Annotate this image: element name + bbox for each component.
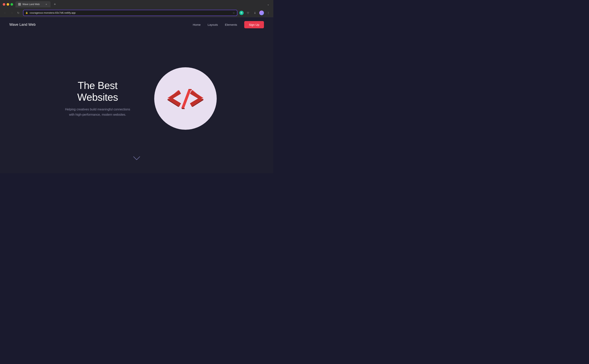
tab-close-button[interactable]: ✕	[45, 3, 48, 6]
browser-toolbar: ← → ↻ 🔒 courageous-monstera-83c7d6.netli…	[0, 9, 273, 17]
svg-marker-4	[181, 89, 191, 108]
tab-bar: Wave Land Web ✕ +	[15, 1, 264, 7]
code-brackets-icon	[164, 88, 207, 109]
browser-titlebar: Wave Land Web ✕ + ⌄	[0, 0, 273, 9]
hero-text: The Best Websites Helping creatives buil…	[57, 80, 139, 117]
maximize-window-button[interactable]	[11, 3, 13, 6]
svg-marker-8	[190, 98, 203, 106]
svg-marker-1	[167, 98, 181, 106]
site-logo: Wave Land Web	[9, 23, 35, 27]
hero-image	[154, 67, 217, 130]
tab-expand-icon[interactable]: ⌄	[266, 2, 271, 7]
svg-marker-0	[167, 91, 181, 99]
menu-icon[interactable]: ⋮	[265, 10, 271, 16]
extensions-icon[interactable]: ▽	[245, 10, 251, 16]
tab-favicon	[18, 3, 21, 6]
hero-subtitle: Helping creatives build meaningful conne…	[57, 107, 139, 117]
hero-title: The Best Websites	[57, 80, 139, 103]
reload-button[interactable]: ↻	[16, 10, 21, 16]
signup-button[interactable]: Sign Up	[244, 21, 264, 28]
traffic-lights	[3, 3, 13, 6]
minimize-window-button[interactable]	[7, 3, 9, 6]
hero-content: The Best Websites Helping creatives buil…	[29, 67, 244, 130]
url-text: courageous-monstera-83c7d6.netlify.app	[30, 11, 231, 14]
bookmark-icon[interactable]: ☆	[232, 11, 235, 14]
grammarly-icon[interactable]: G	[239, 11, 244, 15]
back-button[interactable]: ←	[2, 10, 8, 16]
site-header: Wave Land Web Home Layouts Elements Sign…	[0, 17, 273, 32]
hero-section: The Best Websites Helping creatives buil…	[0, 32, 273, 165]
browser-chrome: Wave Land Web ✕ + ⌄ ← → ↻ 🔒 courageous-m…	[0, 0, 273, 17]
profile-icon[interactable]	[259, 11, 264, 15]
nav-buttons: ← → ↻	[2, 10, 21, 16]
close-window-button[interactable]	[3, 3, 5, 6]
nav-home[interactable]: Home	[193, 23, 201, 26]
forward-button[interactable]: →	[9, 10, 14, 16]
svg-marker-6	[181, 108, 185, 109]
nav-elements[interactable]: Elements	[225, 23, 237, 26]
toolbar-actions: G ▽ ⇓ ⋮	[239, 10, 271, 16]
download-icon[interactable]: ⇓	[252, 10, 258, 16]
browser-tab-active[interactable]: Wave Land Web ✕	[15, 1, 51, 7]
chevron-down-icon	[133, 156, 140, 160]
new-tab-button[interactable]: +	[52, 1, 58, 7]
site-nav: Home Layouts Elements Sign Up	[193, 21, 264, 28]
svg-marker-7	[190, 91, 203, 99]
security-icon: 🔒	[25, 12, 28, 14]
nav-layouts[interactable]: Layouts	[208, 23, 218, 26]
address-bar[interactable]: 🔒 courageous-monstera-83c7d6.netlify.app…	[23, 10, 237, 16]
scroll-indicator[interactable]	[133, 156, 140, 160]
tab-title: Wave Land Web	[22, 3, 43, 6]
website-content: Wave Land Web Home Layouts Elements Sign…	[0, 17, 273, 173]
